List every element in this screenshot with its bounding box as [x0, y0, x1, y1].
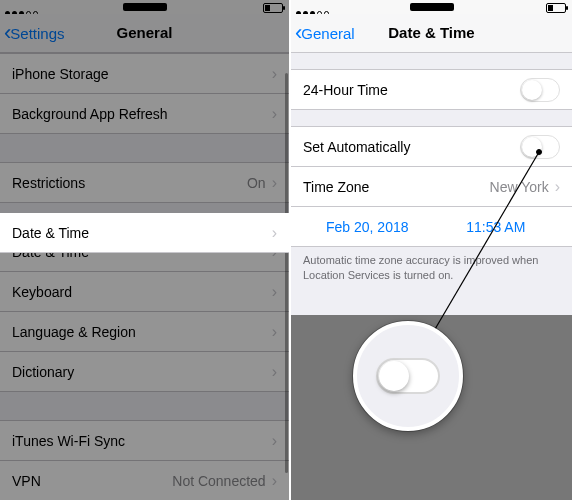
chevron-right-icon: › [272, 65, 277, 83]
back-label: Settings [10, 25, 64, 42]
navbar: ‹ General Date & Time [291, 14, 572, 53]
switch-24-hour[interactable] [520, 78, 560, 102]
row-iphone-storage[interactable]: iPhone Storage › [0, 54, 289, 94]
scrollbar[interactable] [285, 73, 288, 473]
callout-backdrop [291, 315, 572, 500]
chevron-right-icon: › [272, 105, 277, 123]
back-button[interactable]: ‹ General [295, 14, 355, 52]
status-bar [0, 0, 289, 14]
date-time-screen: 24-Hour Time Set Automatically Time Zone… [291, 53, 572, 500]
footer-note: Automatic time zone accuracy is improved… [291, 247, 572, 283]
chevron-right-icon: › [272, 323, 277, 341]
row-vpn[interactable]: VPN Not Connected › [0, 461, 289, 500]
right-screenshot: ‹ General Date & Time 24-Hour Time Set A… [291, 0, 572, 500]
settings-list: iPhone Storage › Background App Refresh … [0, 53, 289, 500]
row-restrictions[interactable]: Restrictions On › [0, 163, 289, 203]
chevron-right-icon: › [272, 363, 277, 381]
chevron-right-icon: › [272, 432, 277, 450]
carrier-blob [123, 3, 167, 11]
row-dictionary[interactable]: Dictionary › [0, 352, 289, 392]
left-screenshot: ‹ Settings General iPhone Storage › Back… [0, 0, 289, 500]
back-label: General [301, 25, 354, 42]
battery-icon [546, 3, 566, 13]
switch-set-automatically[interactable] [520, 135, 560, 159]
chevron-right-icon: › [272, 472, 277, 490]
row-itunes-wifi-sync[interactable]: iTunes Wi-Fi Sync › [0, 421, 289, 461]
chevron-right-icon: › [272, 243, 277, 261]
date-value[interactable]: Feb 20, 2018 [303, 219, 432, 235]
back-button[interactable]: ‹ Settings [4, 14, 65, 52]
row-date-time-values[interactable]: Feb 20, 2018 11:53 AM [291, 207, 572, 247]
row-date-time[interactable]: Date & Time › [0, 232, 289, 272]
row-language-region[interactable]: Language & Region › [0, 312, 289, 352]
chevron-right-icon: › [555, 178, 560, 196]
battery-icon [263, 3, 283, 13]
row-background-app-refresh[interactable]: Background App Refresh › [0, 94, 289, 134]
status-bar [291, 0, 572, 14]
row-set-automatically[interactable]: Set Automatically [291, 127, 572, 167]
time-value[interactable]: 11:53 AM [432, 219, 561, 235]
navbar: ‹ Settings General [0, 14, 289, 53]
chevron-right-icon: › [272, 174, 277, 192]
carrier-blob [410, 3, 454, 11]
row-time-zone[interactable]: Time Zone New York › [291, 167, 572, 207]
chevron-right-icon: › [272, 283, 277, 301]
row-24-hour-time[interactable]: 24-Hour Time [291, 70, 572, 110]
row-keyboard[interactable]: Keyboard › [0, 272, 289, 312]
